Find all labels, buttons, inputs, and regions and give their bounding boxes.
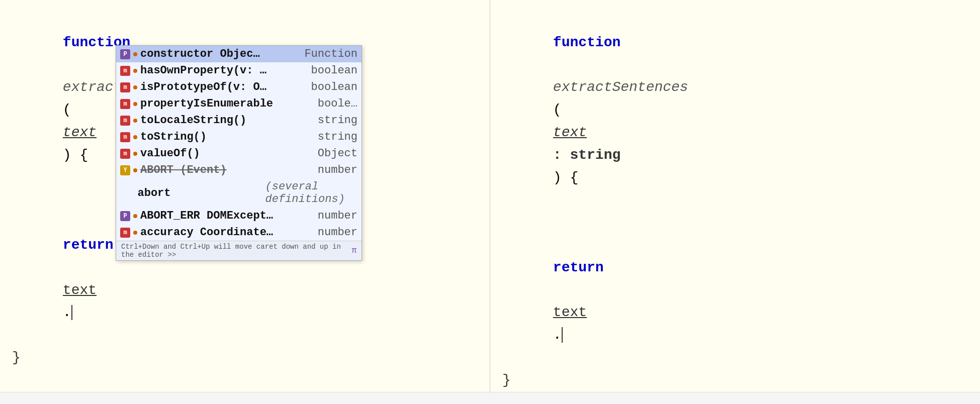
icon-m-5: m [120,132,130,142]
ac-name-9: ABORT_ERR DOMExcept… [140,210,273,222]
ac-name-2: isPrototypeOf(v: O… [140,81,266,93]
icon-m-6: m [120,149,130,159]
footer-pi-left: π [351,246,357,255]
icon-m-4: m [120,116,130,126]
dot-3 [133,102,137,106]
ac-name-0: constructor Objec… [140,48,261,60]
icon-p-0: P [120,49,130,59]
ac-name-3: propertyIsEnumerable [140,97,273,110]
ac-type-6: Object [314,147,358,160]
icon-m-10: m [120,228,130,238]
ac-item-0-left[interactable]: P constructor Objec… Function [116,46,362,62]
function-name-right: extractSentences [553,79,688,95]
icon-y-7: Y [120,165,130,175]
dot-4 [133,119,137,123]
ac-type-10: number [314,226,358,239]
ac-type-8: (several definitions) [261,180,358,206]
dot-9 [133,214,137,218]
ac-name-4: toLocaleString() [140,114,261,127]
param-text-right: text [553,125,587,140]
ac-item-9-left[interactable]: P ABORT_ERR DOMExcept… number [116,208,362,224]
ac-item-10-left[interactable]: m accuracy Coordinate… number [116,224,362,241]
var-text-left: text [63,282,97,298]
ac-type-3: boole… [314,97,358,110]
keyword-function-right: function [553,35,620,50]
icon-p-9: P [120,211,130,221]
ac-item-7-left[interactable]: Y ABORT (Event) number [116,162,362,178]
param-text-left: text [63,125,97,140]
ac-item-2-left[interactable]: m isPrototypeOf(v: O… boolean [116,79,362,95]
icon-m-2: m [120,82,130,92]
dot-6 [133,152,137,156]
right-panel: function extractSentences ( text : strin… [490,0,980,392]
icon-m-1: m [120,66,130,76]
ac-name-5: toString() [140,131,261,143]
var-text-right: text [553,305,587,320]
keyword-return-right: return [553,260,604,275]
footer-text-left: Ctrl+Down and Ctrl+Up will move caret do… [121,243,351,259]
ac-type-4: string [314,114,358,127]
ac-name-10: accuracy Coordinate… [140,226,273,239]
ac-name-8: abort [138,187,258,199]
cursor-left [71,305,72,321]
dot-0 [133,52,137,56]
dot-10 [133,231,137,235]
ac-item-1-left[interactable]: m hasOwnProperty(v: … boolean [116,62,362,79]
ac-name-6: valueOf() [140,147,261,160]
right-code-line2: return text . [502,212,968,369]
ac-type-0: Function [300,48,358,60]
bottom-row: extractSentences ( 42 ); extractSentence… [0,392,980,404]
left-brace: } [12,347,478,369]
right-brace: } [502,369,968,392]
ac-item-3-left[interactable]: m propertyIsEnumerable boole… [116,95,362,112]
ac-type-5: string [314,131,358,143]
autocomplete-left[interactable]: P constructor Objec… Function m hasOwnPr… [116,45,362,261]
keyword-return-left: return [63,237,114,253]
ac-item-6-left[interactable]: m valueOf() Object [116,145,362,162]
right-code-line1: function extractSentences ( text : strin… [502,9,968,212]
cursor-right [562,327,563,343]
ac-type-7: number [314,164,358,176]
dot-5 [133,135,137,139]
left-panel: function extractSentences ( text ) { ret… [0,0,490,392]
ac-type-9: number [314,210,358,222]
ac-item-4-left[interactable]: m toLocaleString() string [116,112,362,129]
icon-m-3: m [120,99,130,109]
editor-panels: function extractSentences ( text ) { ret… [0,0,980,392]
ac-name-1: hasOwnProperty(v: … [140,64,266,77]
ac-item-8-left[interactable]: abort (several definitions) [116,178,362,208]
ac-type-1: boolean [307,64,358,77]
ac-name-7: ABORT (Event) [140,164,261,176]
autocomplete-footer-left: Ctrl+Down and Ctrl+Up will move caret do… [116,241,362,260]
dot-1 [133,69,137,73]
ac-item-5-left[interactable]: m toString() string [116,129,362,145]
ac-type-2: boolean [307,81,358,93]
dot-7 [133,168,137,172]
dot-2 [133,85,137,89]
